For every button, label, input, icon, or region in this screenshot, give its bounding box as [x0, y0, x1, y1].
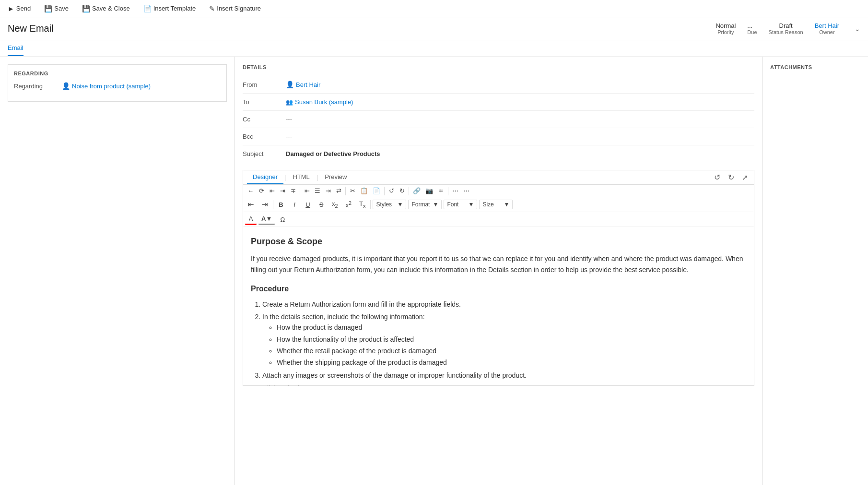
subject-row: Subject Damaged or Defective Products: [243, 145, 754, 162]
editor-content[interactable]: Purpose & Scope If you receive damaged p…: [243, 227, 754, 385]
due-dots: ... Due: [747, 22, 757, 35]
regarding-field-label: Regarding: [14, 83, 62, 90]
regarding-field-value[interactable]: 👤 Noise from product (sample): [62, 82, 151, 90]
status-reason-label: Status Reason: [769, 29, 803, 35]
send-label: Send: [16, 5, 31, 12]
owner-value[interactable]: Bert Hair: [815, 22, 839, 29]
tb1-btn-align-left[interactable]: ⇤: [302, 186, 312, 196]
styles-dropdown[interactable]: Styles ▼: [373, 200, 406, 209]
undo-button[interactable]: ↺: [712, 171, 722, 184]
subscript-button[interactable]: x2: [329, 199, 341, 210]
right-panel: ATTACHMENTS: [762, 57, 868, 485]
tb1-btn-undo2[interactable]: ↺: [386, 186, 397, 196]
subject-value: Damaged or Defective Products: [286, 150, 754, 157]
font-color-btn2[interactable]: A▼: [258, 214, 275, 225]
font-color-button[interactable]: A: [245, 214, 257, 225]
save-button[interactable]: 💾 Save: [41, 4, 71, 13]
tab-email[interactable]: Email: [8, 40, 23, 56]
tb1-btn-justify[interactable]: ⇄: [333, 186, 344, 196]
from-value[interactable]: 👤 Bert Hair: [286, 81, 754, 88]
insert-signature-button[interactable]: ✎ Insert Signature: [206, 4, 264, 13]
tb1-btn-copy[interactable]: 📋: [358, 186, 370, 196]
tb1-btn-table[interactable]: ⧧: [435, 186, 446, 196]
tb1-btn-1[interactable]: ←: [245, 186, 256, 196]
editor-heading1: Purpose & Scope: [251, 235, 746, 249]
tb1-btn-4[interactable]: ⇥: [277, 186, 288, 196]
strikethrough-button[interactable]: S: [316, 200, 327, 210]
tb1-btn-5[interactable]: ∓: [288, 186, 298, 196]
save-close-icon: 💾: [82, 5, 90, 12]
bullet-1: How the product is damaged: [277, 322, 746, 333]
chevron-down-icon[interactable]: ⌄: [855, 25, 860, 33]
tb1-btn-cut[interactable]: ✂: [347, 186, 358, 196]
clear-format-button[interactable]: Tx: [356, 199, 368, 210]
editor-paragraph1: If you receive damaged products, it is i…: [251, 253, 746, 275]
editor-step4: Click Submit.: [262, 382, 746, 385]
font-dropdown[interactable]: Font ▼: [444, 200, 477, 209]
save-close-button[interactable]: 💾 Save & Close: [79, 4, 133, 13]
send-button[interactable]: ► Send: [5, 4, 34, 13]
editor-actions: ↺ ↻ ➚: [712, 171, 750, 184]
editor-bullets: How the product is damaged How the funct…: [262, 322, 746, 368]
subject-label: Subject: [243, 150, 286, 157]
tb2-sep2: [370, 200, 371, 209]
page-title: New Email: [8, 23, 54, 34]
tb1-btn-img[interactable]: 📷: [423, 186, 435, 196]
from-label: From: [243, 81, 286, 88]
status-reason-value: Draft: [769, 22, 803, 29]
tb1-btn-more2[interactable]: ⋯: [461, 186, 472, 196]
editor-tab-designer[interactable]: Designer: [247, 170, 283, 184]
tb1-sep3: [384, 187, 385, 195]
editor-tabs: Designer | HTML | Preview ↺ ↻ ➚: [243, 170, 754, 185]
regarding-field-row: Regarding 👤 Noise from product (sample): [14, 82, 221, 90]
status-reason-meta: Draft Status Reason: [769, 22, 803, 35]
from-row: From 👤 Bert Hair: [243, 76, 754, 94]
cc-value: ---: [286, 116, 754, 123]
save-close-label: Save & Close: [92, 5, 130, 12]
editor-tab-html[interactable]: HTML: [287, 170, 315, 184]
top-toolbar: ► Send 💾 Save 💾 Save & Close 📄 Insert Te…: [0, 0, 868, 17]
bold-button[interactable]: B: [275, 200, 287, 210]
insert-template-button[interactable]: 📄 Insert Template: [141, 4, 199, 13]
special-char-button[interactable]: Ω: [277, 215, 288, 225]
tb1-btn-align-center[interactable]: ☰: [312, 186, 323, 196]
to-contact-icon: 👥: [286, 99, 293, 106]
tb1-btn-more[interactable]: ⋯: [450, 186, 461, 196]
main-content: REGARDING Regarding 👤 Noise from product…: [0, 57, 868, 485]
font-chevron-icon: ▼: [469, 201, 474, 208]
due-label: Due: [747, 29, 757, 35]
to-row: To 👥 Susan Burk (sample): [243, 94, 754, 111]
editor-toolbar1: ← ⟳ ⇤ ⇥ ∓ ⇤ ☰ ⇥ ⇄ ✂ 📋 📄 ↺ ↻ 🔗 📷: [243, 185, 754, 197]
to-value[interactable]: 👥 Susan Burk (sample): [286, 98, 754, 106]
redo-button[interactable]: ↻: [726, 171, 736, 184]
tb1-btn-3[interactable]: ⇤: [267, 186, 277, 196]
expand-button[interactable]: ➚: [740, 171, 750, 184]
size-dropdown[interactable]: Size ▼: [479, 200, 513, 209]
indent-decrease-btn[interactable]: ⇤: [245, 199, 257, 210]
italic-button[interactable]: I: [289, 200, 300, 210]
bullet-3: Whether the retail package of the produc…: [277, 346, 746, 356]
priority-value: Normal: [716, 22, 736, 29]
editor-tab-preview[interactable]: Preview: [319, 170, 352, 184]
tb1-sep4: [409, 187, 409, 195]
details-section: DETAILS From 👤 Bert Hair To 👥 Susan Burk…: [235, 57, 762, 170]
indent-increase-btn[interactable]: ⇥: [259, 199, 271, 210]
tb1-btn-paste[interactable]: 📄: [370, 186, 383, 196]
format-dropdown[interactable]: Format ▼: [408, 200, 442, 209]
tb1-btn-align-right[interactable]: ⇥: [323, 186, 333, 196]
header-row: New Email Normal Priority ... Due Draft …: [0, 17, 868, 40]
underline-button[interactable]: U: [302, 200, 314, 210]
regarding-section-title: REGARDING: [14, 71, 221, 76]
insert-signature-label: Insert Signature: [217, 5, 261, 12]
regarding-card: REGARDING Regarding 👤 Noise from product…: [8, 64, 227, 102]
superscript-button[interactable]: x2: [343, 199, 355, 210]
format-chevron-icon: ▼: [433, 201, 439, 208]
to-label: To: [243, 98, 286, 106]
tb1-btn-redo2[interactable]: ↻: [397, 186, 407, 196]
save-icon: 💾: [44, 5, 52, 12]
tb1-btn-link[interactable]: 🔗: [411, 186, 423, 196]
insert-signature-icon: ✎: [209, 5, 215, 12]
bullet-2: How the functionality of the product is …: [277, 334, 746, 345]
tb1-btn-2[interactable]: ⟳: [256, 186, 267, 196]
attachments-section-title: ATTACHMENTS: [770, 64, 860, 70]
